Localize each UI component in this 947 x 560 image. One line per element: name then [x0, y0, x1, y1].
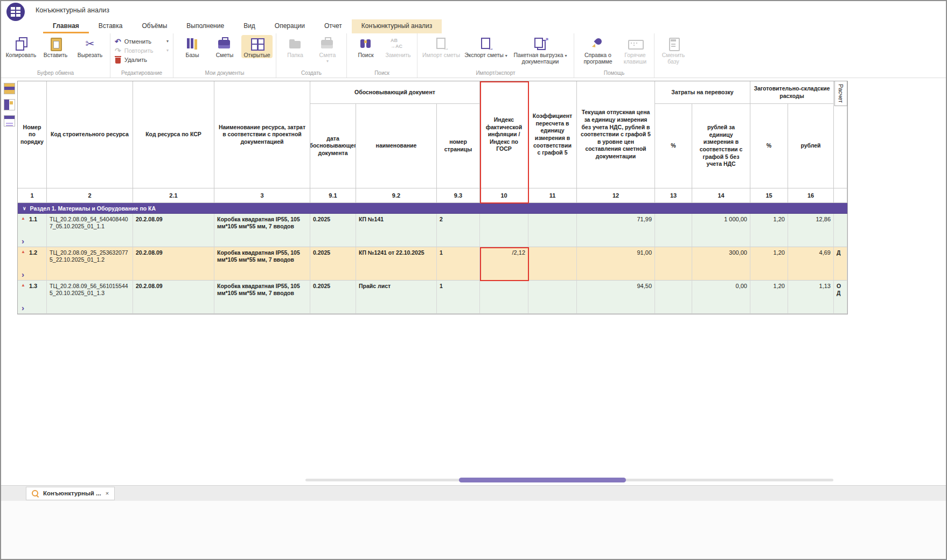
table-row-1-3[interactable]: ▲ 1.3 › ТЦ_20.2.08.09_56_5610155445_20.1… — [18, 281, 847, 314]
cell-resource-code[interactable]: ТЦ_20.2.08.09_54_5404084407_05.10.2025_0… — [47, 214, 133, 247]
cell-warehouse-pct[interactable]: 1,20 — [750, 214, 788, 247]
open-documents-button[interactable]: Открытые — [241, 35, 273, 58]
close-tab-icon[interactable]: × — [106, 490, 109, 496]
cell-doc-page[interactable]: 1 — [437, 247, 480, 281]
copy-button[interactable]: Копировать — [4, 35, 38, 58]
cell-transport-pct[interactable] — [655, 247, 692, 281]
export-estimate-button[interactable]: → Экспорт сметы ▾ — [463, 35, 509, 58]
menu-tab-operacii[interactable]: Операции — [265, 19, 315, 33]
redo-button[interactable]: ↷ Повторить ▾ — [114, 46, 170, 55]
redo-dropdown-caret-icon[interactable]: ▾ — [166, 48, 169, 53]
cell-warehouse-pct[interactable]: 1,20 — [750, 247, 788, 281]
cell-conversion[interactable] — [528, 247, 577, 281]
col-header-warehouse-rub: рублей — [788, 104, 834, 188]
horizontal-scrollbar-thumb[interactable] — [459, 478, 626, 482]
cell-transport-rub[interactable]: 300,00 — [692, 247, 750, 281]
row-number-cell[interactable]: ▲ 1.2 › — [18, 247, 47, 281]
cell-transport-rub[interactable]: 1 000,00 — [692, 214, 750, 247]
cell-warehouse-rub[interactable]: 1,13 — [788, 281, 834, 314]
row-expand-chevron-icon[interactable]: › — [19, 305, 45, 311]
cell-inflation-index[interactable]: /2,12 — [480, 247, 528, 281]
cell-ksr-code[interactable]: 20.2.08.09 — [133, 214, 214, 247]
rail-table-rows-icon[interactable] — [4, 83, 15, 94]
section-collapse-chevron-icon[interactable]: ∨ — [23, 206, 26, 211]
undo-dropdown-caret-icon[interactable]: ▾ — [166, 39, 169, 44]
cell-doc-name[interactable]: КП №141 — [356, 214, 437, 247]
warning-icon: ▲ — [21, 283, 25, 288]
cell-conversion[interactable] — [528, 281, 577, 314]
batch-export-button[interactable]: ↗ Пакетная выгрузка ▾ документации — [510, 35, 570, 65]
cell-doc-page[interactable]: 1 — [437, 281, 480, 314]
col-header-doc-name: наименование — [356, 104, 437, 188]
cell-warehouse-pct[interactable]: 1,20 — [750, 281, 788, 314]
undo-button[interactable]: ↶ Отменить ▾ — [114, 37, 170, 46]
export-dropdown-caret-icon[interactable]: ▾ — [505, 53, 507, 58]
cell-doc-page[interactable]: 2 — [437, 214, 480, 247]
redo-label: Повторить — [124, 47, 154, 54]
cell-clipped[interactable]: Д — [834, 247, 847, 281]
side-panel-tab-raschet[interactable]: Расчет — [834, 81, 847, 106]
bases-button[interactable]: Базы — [177, 35, 208, 58]
menu-tab-obyomy[interactable]: Объёмы — [132, 19, 177, 33]
cell-doc-name[interactable]: Прайс лист — [356, 281, 437, 314]
cell-name[interactable]: Коробка квадратная IP55, 105 мм*105 мм*5… — [214, 247, 310, 281]
replace-button[interactable]: AB→AC Заменить — [382, 35, 414, 58]
menu-tab-vstavka[interactable]: Вставка — [89, 19, 133, 33]
table-row-1-1[interactable]: ▲ 1.1 › ТЦ_20.2.08.09_54_5404084407_05.1… — [18, 214, 847, 247]
document-tab-konyunkturny[interactable]: Конъюнктурный ... × — [26, 487, 115, 500]
cell-doc-date[interactable]: 0.2025 — [310, 281, 356, 314]
new-estimate-button[interactable]: Смета ▾ — [312, 35, 343, 64]
cell-name[interactable]: Коробка квадратная IP55, 105 мм*105 мм*5… — [214, 281, 310, 314]
cell-doc-date[interactable]: 0.2025 — [310, 214, 356, 247]
batch-dropdown-caret-icon[interactable]: ▾ — [565, 53, 567, 58]
estimates-button[interactable]: Сметы — [209, 35, 240, 58]
cell-doc-name[interactable]: КП №1241 от 22.10.2025 — [356, 247, 437, 281]
section-row[interactable]: ∨ Раздел 1. Материалы и Оборудование по … — [18, 203, 847, 214]
cell-inflation-index[interactable] — [480, 214, 528, 247]
row-expand-chevron-icon[interactable]: › — [19, 238, 45, 244]
row-number-cell[interactable]: ▲ 1.3 › — [18, 281, 47, 314]
cell-current-price[interactable]: 91,00 — [577, 247, 655, 281]
search-label: Поиск — [358, 52, 373, 58]
search-button[interactable]: Поиск — [350, 35, 381, 58]
menu-tab-vid[interactable]: Вид — [234, 19, 265, 33]
new-estimate-dropdown-caret-icon[interactable]: ▾ — [326, 59, 329, 64]
cell-resource-code[interactable]: ТЦ_20.2.08.09_56_5610155445_20.10.2025_0… — [47, 281, 133, 314]
menu-tab-glavnaya[interactable]: Главная — [43, 19, 89, 33]
menu-tab-konyunkturny-analiz[interactable]: Конъюнктурный анализ — [352, 19, 442, 33]
cell-transport-pct[interactable] — [655, 214, 692, 247]
row-expand-chevron-icon[interactable]: › — [19, 271, 45, 278]
ribbon-group-editing: ↶ Отменить ▾ ↷ Повторить ▾ Удалить Редак… — [110, 33, 173, 78]
table-row-1-2[interactable]: ▲ 1.2 › ТЦ_20.2.08.09_25_2536320775_22.1… — [18, 247, 847, 281]
group-label-create: Создать — [280, 69, 343, 78]
cell-resource-code[interactable]: ТЦ_20.2.08.09_25_2536320775_22.10.2025_0… — [47, 247, 133, 281]
cell-transport-rub[interactable]: 0,00 — [692, 281, 750, 314]
change-base-button[interactable]: Сменить базу — [658, 35, 689, 65]
menu-tab-otchet[interactable]: Отчет — [315, 19, 352, 33]
cell-transport-pct[interactable] — [655, 281, 692, 314]
about-button[interactable]: Справка о программе — [577, 35, 618, 65]
cut-button[interactable]: ✂ Вырезать — [73, 35, 107, 58]
menu-tab-vypolnenie[interactable]: Выполнение — [177, 19, 234, 33]
row-number-cell[interactable]: ▲ 1.1 › — [18, 214, 47, 247]
new-folder-button[interactable]: Папка — [280, 35, 311, 58]
rail-split-view-icon[interactable] — [4, 99, 15, 110]
paste-button[interactable]: Вставить — [39, 35, 72, 58]
rail-grid-view-icon[interactable] — [4, 115, 15, 127]
hotkeys-button[interactable]: Горячие клавиши — [619, 35, 651, 65]
cell-name[interactable]: Коробка квадратная IP55, 105 мм*105 мм*5… — [214, 214, 310, 247]
delete-button[interactable]: Удалить — [114, 55, 170, 64]
cell-ksr-code[interactable]: 20.2.08.09 — [133, 281, 214, 314]
cell-current-price[interactable]: 71,99 — [577, 214, 655, 247]
cell-inflation-index[interactable] — [480, 281, 528, 314]
cell-clipped[interactable] — [834, 214, 847, 247]
cell-clipped[interactable]: О Д — [834, 281, 847, 314]
main-area: Номер по порядку Код строительного ресур… — [1, 78, 946, 485]
import-estimate-button[interactable]: → Импорт сметы — [421, 35, 462, 58]
cell-conversion[interactable] — [528, 214, 577, 247]
cell-warehouse-rub[interactable]: 12,86 — [788, 214, 834, 247]
cell-current-price[interactable]: 94,50 — [577, 281, 655, 314]
cell-doc-date[interactable]: 0.2025 — [310, 247, 356, 281]
cell-warehouse-rub[interactable]: 4,69 — [788, 247, 834, 281]
cell-ksr-code[interactable]: 20.2.08.09 — [133, 247, 214, 281]
